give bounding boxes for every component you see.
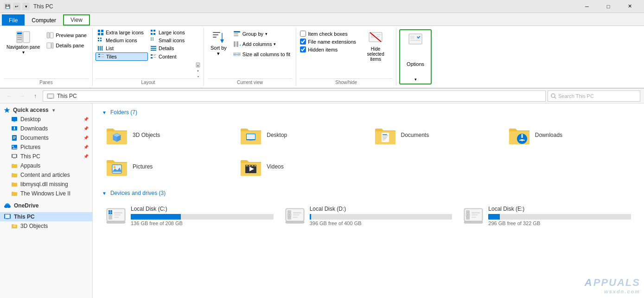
- svg-rect-126: [255, 165, 256, 166]
- save-icon[interactable]: 💾: [4, 3, 11, 10]
- local-disk-e-icon: [463, 207, 484, 224]
- svg-rect-45: [213, 32, 220, 33]
- medium-icons-button[interactable]: Medium icons: [96, 37, 148, 44]
- large-icons-button[interactable]: Large icons: [148, 29, 201, 36]
- preview-pane-button[interactable]: Preview pane: [45, 31, 89, 40]
- svg-rect-109: [383, 136, 388, 136]
- sidebar-appauls[interactable]: Appauls: [0, 161, 92, 170]
- svg-text:▼: ▼: [197, 70, 199, 72]
- back-button[interactable]: ←: [4, 91, 15, 102]
- pin-icon-desktop: 📌: [83, 117, 89, 122]
- svg-rect-19: [100, 38, 102, 39]
- file-name-extensions-input[interactable]: [300, 39, 306, 45]
- content-button[interactable]: Content: [148, 52, 201, 61]
- preview-pane-label: Preview pane: [56, 32, 87, 38]
- folder-tile-pictures[interactable]: Pictures: [102, 153, 232, 181]
- svg-rect-2: [17, 32, 22, 34]
- svg-rect-125: [252, 165, 253, 166]
- documents-sidebar-icon: [11, 135, 18, 141]
- hidden-items-checkbox[interactable]: Hidden items: [300, 46, 356, 52]
- sidebar-desktop[interactable]: Desktop 📌: [0, 115, 92, 124]
- svg-rect-46: [213, 34, 218, 35]
- sidebar-pictures[interactable]: Pictures 📌: [0, 143, 92, 152]
- local-disk-d-progress: [310, 214, 453, 220]
- device-tile-d[interactable]: Local Disk (D:) 396 GB free of 400 GB: [281, 202, 456, 230]
- folder-pictures-icon: [106, 156, 128, 177]
- item-checkboxes-checkbox[interactable]: Item check boxes: [300, 31, 356, 37]
- search-bar[interactable]: Search This PC: [548, 91, 640, 102]
- options-button[interactable]: Options ▾: [399, 29, 432, 84]
- details-pane-button[interactable]: Details pane: [45, 41, 89, 50]
- folder-windows-live-icon: [11, 190, 18, 197]
- address-bar[interactable]: This PC: [43, 91, 546, 102]
- svg-rect-51: [234, 33, 238, 34]
- maximize-button[interactable]: □: [598, 0, 619, 13]
- device-tile-e[interactable]: Local Disk (E:) 296 GB free of 322 GB: [459, 202, 635, 230]
- sidebar-onedrive[interactable]: OneDrive: [0, 201, 92, 210]
- extra-large-icons-button[interactable]: Extra large icons: [96, 29, 148, 36]
- panes-group-label: Panes: [4, 78, 89, 85]
- folder-tile-desktop[interactable]: Desktop: [236, 121, 366, 149]
- sidebar-windows-live[interactable]: The Windows Live II: [0, 189, 92, 198]
- small-icons-button[interactable]: Small icons: [148, 37, 201, 44]
- tab-view[interactable]: View: [63, 14, 90, 26]
- sidebar-this-pc[interactable]: This PC 📌: [0, 152, 92, 161]
- sidebar-3d-objects[interactable]: 3D Objects: [0, 221, 92, 231]
- close-button[interactable]: ✕: [619, 0, 640, 13]
- item-checkboxes-input[interactable]: [300, 31, 306, 37]
- minimize-button[interactable]: ─: [576, 0, 598, 13]
- group-by-button[interactable]: Group by ▾: [231, 30, 292, 38]
- folder-tile-3d-objects[interactable]: 3D Objects: [102, 121, 232, 149]
- svg-rect-28: [102, 46, 102, 51]
- size-all-columns-button[interactable]: Size all columns to fit: [231, 50, 292, 58]
- this-pc-main-icon: [4, 214, 11, 220]
- sidebar-content-articles[interactable]: Content and articles: [0, 170, 92, 180]
- svg-point-131: [110, 214, 111, 216]
- sidebar-this-pc-main[interactable]: This PC: [0, 212, 92, 221]
- local-disk-e-name: Local Disk (E:): [488, 206, 631, 212]
- tiles-button[interactable]: Tiles: [96, 52, 148, 61]
- device-tile-c[interactable]: Local Disk (C:) 136 GB free of 208 GB: [102, 202, 277, 230]
- pin-icon-pictures: 📌: [83, 145, 89, 149]
- svg-rect-75: [12, 117, 17, 121]
- options-icon: [407, 32, 424, 51]
- devices-section-header[interactable]: Devices and drives (3): [102, 190, 635, 196]
- list-button[interactable]: List: [96, 45, 148, 52]
- navigation-pane-button[interactable]: Navigation pane ▾: [4, 29, 43, 56]
- details-pane-icon: [46, 42, 54, 49]
- folder-pictures-name: Pictures: [133, 163, 153, 170]
- folder-videos-name: Videos: [267, 163, 283, 170]
- hide-selected-items-button[interactable]: Hide selected items: [359, 29, 392, 63]
- folders-section-header[interactable]: Folders (7): [102, 109, 635, 116]
- current-view-group: Sort by ▾ Group by ▾ + Add columns ▾ Siz…: [204, 28, 296, 86]
- this-pc-sidebar-icon: [11, 153, 18, 160]
- dropdown-icon[interactable]: ▾: [22, 3, 30, 10]
- folder-tile-downloads[interactable]: Downloads: [504, 121, 635, 149]
- star-icon: [4, 107, 10, 113]
- sidebar-quick-access[interactable]: Quick access ▾: [0, 105, 92, 115]
- add-columns-button[interactable]: + Add columns ▾: [231, 40, 292, 48]
- up-button[interactable]: ↑: [30, 91, 41, 102]
- file-name-extensions-checkbox[interactable]: File name extensions: [300, 39, 356, 45]
- svg-rect-111: [383, 138, 386, 139]
- svg-rect-95: [5, 214, 10, 218]
- sidebar-libmysql[interactable]: libmysql.dll missing: [0, 180, 92, 189]
- local-disk-d-icon: [285, 207, 305, 224]
- svg-rect-12: [98, 33, 100, 35]
- sidebar-documents[interactable]: Documents 📌: [0, 133, 92, 143]
- svg-rect-68: [410, 40, 421, 41]
- folder-tile-documents[interactable]: Documents: [370, 121, 501, 149]
- address-path: This PC: [57, 93, 77, 99]
- add-columns-icon: +: [233, 41, 241, 47]
- details-button[interactable]: Details: [148, 45, 201, 52]
- hidden-items-input[interactable]: [300, 46, 306, 52]
- svg-rect-39: [151, 57, 153, 58]
- svg-rect-138: [108, 213, 110, 214]
- forward-button[interactable]: →: [17, 91, 28, 102]
- undo-icon[interactable]: ↩: [13, 3, 20, 10]
- tab-file[interactable]: File: [2, 14, 25, 26]
- sidebar-downloads[interactable]: Downloads 📌: [0, 124, 92, 133]
- tab-computer[interactable]: Computer: [25, 14, 63, 26]
- sort-by-button[interactable]: Sort by ▾: [208, 29, 230, 58]
- folder-tile-videos[interactable]: Videos: [236, 153, 366, 181]
